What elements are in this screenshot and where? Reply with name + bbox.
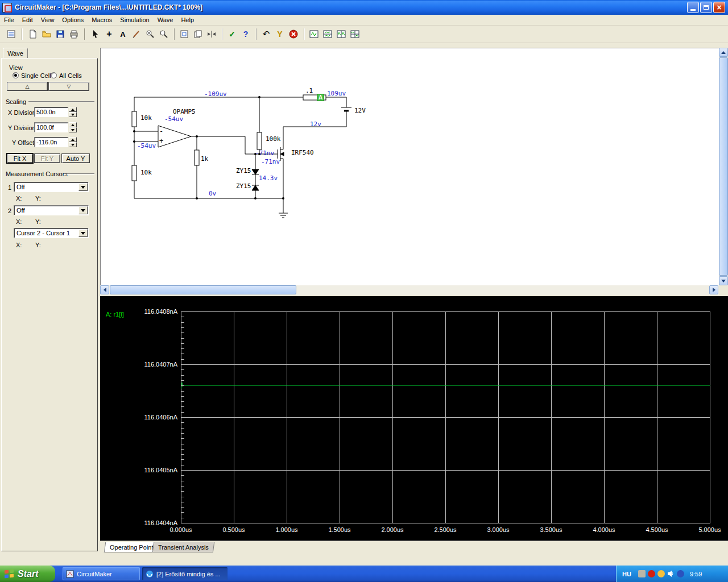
wave-single-view-button[interactable] — [307, 27, 321, 41]
close-button[interactable]: × — [713, 2, 725, 13]
scroll-up-button[interactable]: △ — [7, 82, 48, 91]
resistor-label: .1 — [305, 87, 313, 94]
cursor2-x-label: X: — [16, 218, 22, 225]
y-offset-spinner[interactable] — [69, 137, 77, 147]
tab-wave[interactable]: Wave — [3, 48, 28, 59]
auto-y-button[interactable]: Auto Y — [61, 153, 90, 163]
wave-quad-view-button[interactable] — [348, 27, 362, 41]
spin-up-button[interactable] — [69, 107, 77, 112]
fit-window-button[interactable] — [177, 27, 191, 41]
open-button[interactable] — [40, 27, 53, 41]
menu-file[interactable]: File — [0, 15, 18, 24]
split-arrows-icon — [207, 30, 216, 39]
schematic-vscrollbar[interactable] — [719, 48, 728, 285]
cursor-arrow-icon — [91, 30, 100, 39]
task-circuitmaker[interactable]: CircuitMaker — [63, 567, 140, 580]
menu-simulation[interactable]: Simulation — [116, 15, 153, 24]
resistor-label: 10k — [140, 169, 152, 176]
menu-macros[interactable]: Macros — [88, 15, 116, 24]
print-button[interactable] — [67, 27, 81, 41]
zoom-in-tool-button[interactable] — [143, 27, 157, 41]
tray-icon-red-badge[interactable] — [648, 570, 655, 577]
menu-edit[interactable]: Edit — [18, 15, 37, 24]
probe-marker[interactable]: A — [317, 94, 324, 101]
task-browser-document[interactable]: [2] Erősítő mindig és ... — [142, 567, 228, 580]
dropdown-button[interactable] — [78, 183, 88, 191]
pan-view-button[interactable] — [205, 27, 218, 41]
vscroll-thumb[interactable] — [719, 57, 728, 276]
dropdown-button[interactable] — [78, 206, 88, 214]
clock[interactable]: 9:59 — [690, 571, 702, 577]
waveform-panel[interactable]: A: r1[i] 116.0408nA 116.0407nA 116.0406n… — [100, 296, 728, 541]
y-offset-input[interactable]: -116.0n — [34, 137, 68, 147]
app-icon — [2, 3, 12, 13]
tab-operating-point[interactable]: Operating Point — [104, 542, 159, 552]
y-division-spinner[interactable] — [69, 122, 77, 132]
x-division-spinner[interactable] — [69, 107, 77, 117]
minimize-button[interactable] — [687, 2, 699, 13]
stop-simulation-button[interactable] — [287, 27, 300, 41]
spin-up-icon — [71, 109, 75, 111]
menu-view[interactable]: View — [37, 15, 59, 24]
browse-button[interactable] — [5, 27, 18, 41]
plot-area[interactable] — [181, 311, 710, 523]
tray-icon-blue[interactable] — [677, 570, 684, 577]
spin-down-button[interactable] — [69, 112, 77, 117]
menu-options[interactable]: Options — [58, 15, 88, 24]
schematic-hscrollbar[interactable] — [100, 285, 719, 295]
tab-transient-analysis[interactable]: Transient Analysis — [152, 542, 214, 552]
language-indicator[interactable]: HU — [622, 571, 631, 577]
schematic-canvas[interactable]: -109uv OPAMP5 -54uv -54uv - + 10k 10k 1k… — [100, 48, 719, 285]
net-label: 12v — [310, 120, 321, 128]
save-button[interactable] — [53, 27, 67, 41]
cursor2-select[interactable]: Off — [14, 205, 89, 215]
undo-button[interactable]: ↶ — [259, 27, 273, 41]
menu-wave[interactable]: Wave — [154, 15, 177, 24]
new-button[interactable] — [26, 27, 40, 41]
copy-view-button[interactable] — [191, 27, 205, 41]
tray-icon-volume[interactable] — [667, 570, 675, 577]
help-button[interactable]: ? — [239, 27, 253, 41]
delete-tool-button[interactable] — [130, 27, 143, 41]
start-button[interactable]: Start — [0, 566, 55, 582]
check-icon: ✓ — [229, 30, 235, 39]
resistor-label: 10k — [140, 114, 152, 122]
zoom-tool-button[interactable] — [157, 27, 171, 41]
scroll-left-arrow[interactable] — [100, 285, 109, 294]
probe-tool-button[interactable]: Y — [273, 27, 287, 41]
tray-icon-yellow[interactable] — [657, 570, 665, 577]
fit-y-button[interactable]: Fit Y — [34, 153, 60, 163]
cursor-diff-select[interactable]: Cursor 2 - Cursor 1 — [14, 228, 89, 238]
window-title: CircuitMaker - [C:\Program Files\...\UNT… — [15, 3, 202, 11]
restore-button[interactable] — [700, 2, 712, 13]
single-cell-radio[interactable] — [13, 72, 19, 78]
scroll-right-arrow[interactable] — [709, 285, 718, 294]
menu-help[interactable]: Help — [177, 15, 198, 24]
dropdown-button[interactable] — [78, 229, 88, 237]
spin-up-button[interactable] — [69, 137, 77, 142]
spin-up-button[interactable] — [69, 122, 77, 127]
cursor1-value: Off — [16, 184, 24, 190]
x-division-input[interactable]: 500.0n — [34, 107, 68, 117]
hscroll-thumb[interactable] — [110, 285, 296, 294]
spin-down-button[interactable] — [69, 127, 77, 132]
scroll-down-arrow[interactable] — [719, 276, 728, 285]
check-simulation-button[interactable]: ✓ — [225, 27, 239, 41]
tray-icon-gray[interactable] — [638, 570, 646, 577]
toolbar-separator — [22, 28, 23, 40]
scroll-down-button[interactable]: ▽ — [48, 82, 89, 91]
wave-split-vertical-button[interactable] — [334, 27, 348, 41]
cursor1-select[interactable]: Off — [14, 182, 89, 192]
wave-split-horizontal-button[interactable] — [321, 27, 334, 41]
text-tool-button[interactable]: A — [116, 27, 130, 41]
spin-down-button[interactable] — [69, 142, 77, 147]
y-tick-label: 116.0406nA — [123, 414, 177, 421]
fit-x-button[interactable]: Fit X — [7, 153, 33, 163]
y-division-input[interactable]: 100.0f — [34, 122, 68, 132]
wire-tool-button[interactable]: + — [102, 27, 116, 41]
cursor-tool-button[interactable] — [89, 27, 102, 41]
magnifier-icon — [159, 30, 168, 39]
net-label: -54uv — [137, 142, 156, 149]
all-cells-radio[interactable] — [51, 72, 57, 78]
scroll-up-arrow[interactable] — [719, 48, 728, 57]
